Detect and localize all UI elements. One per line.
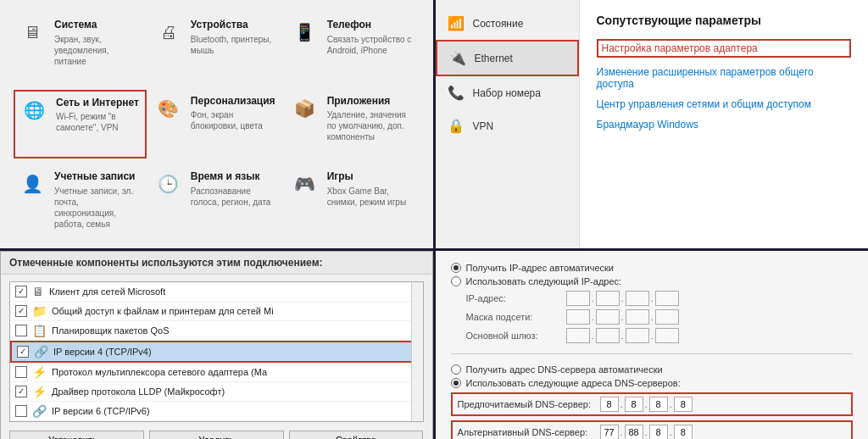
radio-auto-ip[interactable]: Получить IP-адрес автоматически [451, 263, 854, 273]
ip-fields: IP-адрес:...Маска подсети:...Основной шл… [466, 291, 854, 343]
network-sidebar: 📶 Состояние 🔌 Ethernet 📞 Набор номера 🔒 … [436, 0, 580, 248]
ip-box-maska-1[interactable] [596, 309, 620, 325]
checkbox-ip-v4[interactable]: ✓ [17, 346, 29, 358]
uchetnye-zapisi-desc: Учетные записи, эл. почта, синхронизация… [54, 186, 142, 230]
network-settings-panel: 📶 Состояние 🔌 Ethernet 📞 Набор номера 🔒 … [436, 0, 869, 248]
settings-item-prilozheniya[interactable]: 📦 Приложения Удаление, значения по умолч… [287, 90, 420, 159]
component-item-ip-v6[interactable]: 🔗 IP версии 6 (TCP/IPv6) [10, 402, 423, 421]
sidebar-item-status[interactable]: 📶 Состояние [436, 7, 579, 40]
component-item-ip-v4[interactable]: ✓ 🔗 IP версии 4 (TCP/IPv4) [10, 341, 423, 363]
checkbox-klient-microsoft[interactable]: ✓ [15, 286, 27, 297]
dns-box-preferred-dns-2[interactable]: 8 [649, 397, 668, 412]
personalizaciya-icon: 🎨 [155, 95, 182, 122]
btn-ustanovit[interactable]: Установить... [9, 431, 144, 439]
component-icon-planirovschik: 📋 [32, 324, 47, 337]
settings-item-telefon[interactable]: 📱 Телефон Связать устройство с Android, … [287, 14, 420, 83]
set-internet-title: Сеть и Интернет [56, 97, 140, 110]
component-item-protokol-multipleksora[interactable]: ⚡ Протокол мультиплексора сетевого адапт… [10, 363, 423, 382]
component-list-container: ✓ 🖥 Клиент для сетей Microsoft ✓ 📁 Общий… [9, 281, 424, 422]
ip-box-maska-2[interactable] [626, 309, 649, 325]
link-nastrojka-adaptera[interactable]: Настройка параметров адаптера [597, 39, 852, 58]
vremya-yazyk-desc: Распознавание голоса, регион, дата [191, 186, 278, 208]
sidebar-item-vpn[interactable]: 🔒 VPN [436, 109, 579, 142]
dns-box-preferred-dns-0[interactable]: 8 [600, 397, 619, 412]
field-label-shlyuz: Основной шлюз: [466, 331, 559, 341]
link-izmenenie-rasshirennyh[interactable]: Изменение расширенных параметров общего … [597, 66, 852, 90]
component-list: ✓ 🖥 Клиент для сетей Microsoft ✓ 📁 Общий… [10, 282, 423, 421]
sidebar-item-nabor-nomera[interactable]: 📞 Набор номера [436, 76, 579, 109]
component-item-obschij-dostup[interactable]: ✓ 📁 Общий доступ к файлам и принтерам дл… [10, 302, 423, 321]
igry-icon: 🎮 [292, 170, 319, 197]
btn-svojstva[interactable]: Свойства [289, 431, 424, 439]
dns-box-alternative-dns-0[interactable]: 77 [600, 425, 619, 439]
component-icon-ip-v4: 🔗 [34, 345, 48, 358]
ip-box-shlyuz-3[interactable] [655, 328, 679, 343]
dns-boxes-alternative-dns[interactable]: 77.88.8.8 [600, 425, 693, 439]
settings-item-set-internet[interactable]: 🌐 Сеть и Интернет Wi-Fi, режим "в самоле… [14, 90, 147, 159]
dns-box-alternative-dns-3[interactable]: 8 [674, 425, 693, 439]
settings-item-igry[interactable]: 🎮 Игры Xbox Game Bar, снимки, режим игры [287, 165, 420, 235]
component-text-drajver-lldp: Драйвер протокола LLDP (Майкрософт) [52, 386, 225, 397]
radio-manual-dns-button[interactable] [451, 378, 461, 388]
status-nav-icon: 📶 [448, 15, 465, 31]
ip-box-maska-0[interactable] [566, 309, 590, 325]
component-item-planirovschik[interactable]: 📋 Планировщик пакетов QoS [10, 321, 423, 341]
ip-input-ip-adres[interactable]: ... [566, 291, 679, 306]
set-internet-text: Сеть и Интернет Wi-Fi, режим "в самолете… [56, 97, 140, 134]
radio-auto-dns[interactable]: Получить адрес DNS-сервера автоматически [451, 364, 854, 375]
link-brandmauer[interactable]: Брандмауэр Windows [597, 119, 852, 131]
radio-manual-dns[interactable]: Использовать следующие адреса DNS-сервер… [451, 378, 854, 388]
ip-box-shlyuz-0[interactable] [566, 328, 590, 343]
ip-box-shlyuz-1[interactable] [596, 328, 620, 343]
auto-dns-label: Получить адрес DNS-сервера автоматически [466, 364, 663, 375]
component-item-drajver-lldp[interactable]: ✓ ⚡ Драйвер протокола LLDP (Майкрософт) [10, 382, 423, 402]
dns-box-alternative-dns-1[interactable]: 88 [625, 425, 643, 439]
checkbox-ip-v6[interactable] [15, 405, 27, 417]
ip-box-maska-3[interactable] [655, 309, 679, 325]
sidebar-item-ethernet[interactable]: 🔌 Ethernet [436, 40, 579, 76]
settings-item-vremya-yazyk[interactable]: 🕒 Время и язык Распознавание голоса, рег… [150, 165, 283, 235]
ip-box-ip-adres-1[interactable] [596, 291, 620, 306]
checkbox-drajver-lldp[interactable]: ✓ [15, 386, 27, 397]
sistema-icon: 🖥 [19, 19, 46, 46]
ip-box-ip-adres-3[interactable] [655, 291, 679, 306]
vpn-nav-label: VPN [473, 120, 494, 132]
settings-item-personalizaciya[interactable]: 🎨 Персонализация Фон, экран блокировки, … [150, 90, 283, 159]
dns-box-preferred-dns-1[interactable]: 8 [625, 397, 643, 412]
dns-boxes-preferred-dns[interactable]: 8.8.8.8 [600, 397, 693, 412]
ip-input-maska[interactable]: ... [566, 309, 679, 325]
network-main-content: Сопутствующие параметрыНастройка парамет… [580, 0, 869, 248]
radio-auto-dns-button[interactable] [451, 364, 461, 375]
ip-box-ip-adres-2[interactable] [626, 291, 649, 306]
component-list-header: Отмеченные компоненты используются этим … [1, 252, 432, 275]
ip-input-shlyuz[interactable]: ... [566, 328, 679, 343]
radio-manual-ip[interactable]: Использовать следующий IP-адрес: [451, 276, 854, 286]
radio-manual-ip-button[interactable] [451, 276, 461, 286]
component-icon-obschij-dostup: 📁 [32, 304, 47, 318]
settings-item-uchetnye-zapisi[interactable]: 👤 Учетные записи Учетные записи, эл. поч… [14, 165, 147, 235]
telefon-text: Телефон Связать устройство с Android, iP… [327, 19, 415, 56]
vremya-yazyk-text: Время и язык Распознавание голоса, регио… [191, 170, 278, 208]
checkbox-protokol-multipleksora[interactable] [15, 366, 27, 378]
telefon-icon: 📱 [292, 19, 319, 46]
settings-item-ustrojstva[interactable]: 🖨 Устройства Bluetooth, принтеры, мышь [150, 14, 283, 83]
dns-box-preferred-dns-3[interactable]: 8 [674, 397, 693, 412]
scrollbar[interactable] [411, 282, 423, 421]
dns-box-alternative-dns-2[interactable]: 8 [649, 425, 668, 439]
checkbox-planirovschik[interactable] [15, 325, 27, 336]
prilozheniya-icon: 📦 [292, 95, 319, 122]
ip-box-shlyuz-2[interactable] [626, 328, 649, 343]
nabor-nomera-nav-label: Набор номера [473, 87, 541, 99]
btn-udalit[interactable]: Удалить [149, 431, 284, 439]
telefon-title: Телефон [327, 19, 415, 32]
component-item-klient-microsoft[interactable]: ✓ 🖥 Клиент для сетей Microsoft [10, 282, 423, 302]
radio-auto-ip-button[interactable] [451, 263, 461, 273]
tcpip-properties-panel: Получить IP-адрес автоматическиИспользов… [436, 251, 869, 439]
ustrojstva-icon: 🖨 [155, 19, 182, 46]
link-centr-upravleniya[interactable]: Центр управления сетями и общим доступом [597, 98, 852, 110]
uchetnye-zapisi-icon: 👤 [19, 170, 46, 197]
dns-row-preferred-dns: Предпочитаемый DNS-сервер:8.8.8.8 [451, 392, 854, 416]
checkbox-obschij-dostup[interactable]: ✓ [15, 305, 27, 317]
ip-box-ip-adres-0[interactable] [566, 291, 590, 306]
settings-item-sistema[interactable]: 🖥 Система Экран, звук, уведомления, пита… [14, 14, 147, 83]
